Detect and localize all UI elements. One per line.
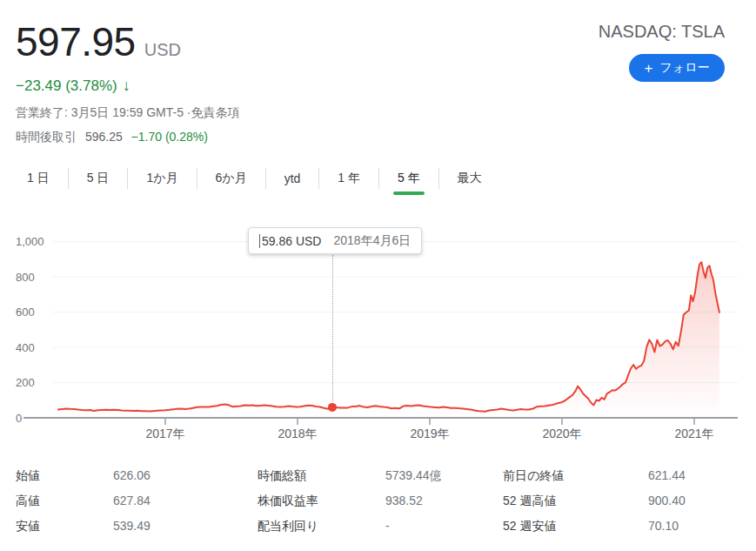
- y-axis-label: 1,000: [16, 235, 44, 248]
- x-axis-label: 2019年: [410, 427, 449, 440]
- current-price-row: 597.95 USD: [16, 19, 181, 65]
- tab-range-3[interactable]: 6か月: [197, 162, 265, 195]
- after-hours-price: 596.25: [85, 130, 123, 144]
- currency-label: USD: [144, 40, 181, 60]
- tab-label: 1 年: [338, 171, 360, 186]
- google-finance-panel: { "header": { "price": "597.95", "curren…: [0, 0, 756, 551]
- after-hours-change: −1.70 (0.28%): [131, 130, 208, 144]
- selected-tab-underline: [393, 192, 425, 195]
- market-status-text: 営業終了: 3月5日 19:59 GMT-5 ·: [16, 105, 191, 119]
- tab-label: 1か月: [146, 171, 177, 186]
- stats-value: 900.40: [648, 494, 686, 507]
- stats-label: 52 週安値: [503, 519, 648, 534]
- x-axis-label: 2017年: [145, 427, 184, 440]
- x-axis-label: 2020年: [542, 427, 581, 440]
- tab-range-7[interactable]: 最大: [439, 162, 500, 195]
- text-caret: [259, 234, 260, 248]
- after-hours-line: 時間後取引 596.25 −1.70 (0.28%): [16, 130, 208, 145]
- disclaimer-link[interactable]: 免責条項: [191, 105, 240, 119]
- y-axis-label: 800: [16, 271, 35, 284]
- tab-label: 1 日: [27, 171, 50, 186]
- tab-range-2[interactable]: 1か月: [128, 162, 196, 195]
- stats-value: 539.49: [113, 519, 151, 533]
- stats-value: 70.10: [648, 519, 679, 533]
- stats-row: 前日の終値621.44: [503, 468, 686, 494]
- tab-range-5[interactable]: 1 年: [319, 162, 378, 195]
- tooltip-price: 59.86 USD: [262, 234, 321, 248]
- stats-label: 時価総額: [258, 468, 385, 484]
- stats-label: 52 週高値: [503, 494, 648, 509]
- stats-row: 安値539.49: [16, 519, 151, 544]
- y-axis-label: 200: [16, 376, 35, 389]
- down-arrow-icon: ↓: [123, 77, 130, 95]
- x-axis-label: 2021年: [674, 427, 713, 440]
- tab-label: 最大: [458, 171, 482, 186]
- tab-label: 5 日: [87, 171, 110, 186]
- stats-column: 前日の終値621.4452 週高値900.4052 週安値70.10: [503, 468, 686, 544]
- market-status-line: 営業終了: 3月5日 19:59 GMT-5 ·免責条項: [16, 105, 240, 121]
- stats-value: -: [385, 519, 390, 533]
- tab-range-0[interactable]: 1 日: [9, 162, 68, 195]
- x-axis-label: 2018年: [278, 427, 317, 440]
- tab-range-6[interactable]: 5 年: [379, 162, 438, 195]
- stats-label: 前日の終値: [503, 468, 648, 484]
- price-change: −23.49 (3.78%): [16, 77, 117, 95]
- tab-range-1[interactable]: 5 日: [69, 162, 128, 195]
- current-price: 597.95: [16, 19, 136, 65]
- price-change-row: −23.49 (3.78%) ↓: [16, 77, 130, 95]
- stats-row: 始値626.06: [16, 468, 151, 494]
- stats-row: 時価総額5739.44億: [258, 468, 442, 494]
- time-range-tabs: 1 日5 日1か月6か月ytd1 年5 年最大: [9, 162, 500, 195]
- stats-row: 高値627.84: [16, 494, 151, 519]
- stats-value: 5739.44億: [385, 468, 442, 484]
- stats-label: 配当利回り: [258, 519, 385, 534]
- crosshair-line: [332, 255, 333, 401]
- stats-row: 配当利回り-: [258, 519, 442, 544]
- tab-label: 6か月: [216, 171, 247, 186]
- stats-label: 始値: [16, 468, 113, 484]
- stats-label: 株価収益率: [258, 494, 385, 509]
- stats-row: 52 週安値70.10: [503, 519, 686, 544]
- stats-column: 始値626.06高値627.84安値539.49: [16, 468, 151, 544]
- follow-button-label: フォロー: [659, 60, 709, 76]
- stats-row: 株価収益率938.52: [258, 494, 442, 519]
- exchange-ticker: NASDAQ: TSLA: [599, 22, 725, 42]
- stats-label: 高値: [16, 494, 113, 509]
- y-axis-label: 400: [16, 341, 35, 354]
- tab-ytd[interactable]: ytd: [266, 162, 319, 195]
- hover-point-marker: [328, 403, 337, 412]
- tooltip-date: 2018年4月6日: [333, 233, 411, 249]
- stats-column: 時価総額5739.44億株価収益率938.52配当利回り-: [258, 468, 442, 544]
- stats-value: 627.84: [113, 494, 151, 507]
- stats-label: 安値: [16, 519, 113, 534]
- y-axis-label: 0: [16, 412, 22, 425]
- after-hours-label: 時間後取引: [16, 130, 77, 144]
- tab-label: 5 年: [398, 171, 420, 186]
- stats-value: 938.52: [385, 494, 423, 507]
- stats-value: 621.44: [648, 468, 686, 482]
- follow-button[interactable]: + フォロー: [629, 54, 725, 82]
- tab-label: ytd: [284, 171, 301, 185]
- plus-icon: +: [645, 61, 653, 76]
- y-axis-label: 600: [16, 306, 35, 319]
- stats-value: 626.06: [113, 468, 151, 482]
- price-area-fill: [58, 262, 719, 418]
- stats-row: 52 週高値900.40: [503, 494, 686, 519]
- chart-tooltip: 59.86 USD 2018年4月6日: [248, 227, 422, 254]
